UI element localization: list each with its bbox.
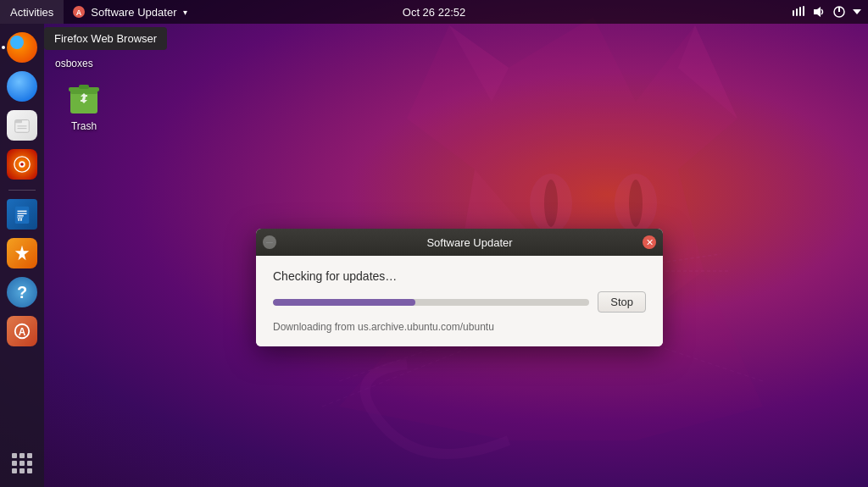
svg-rect-44 [79, 85, 89, 89]
trash-label: Trash [71, 120, 97, 132]
svg-point-3 [530, 174, 572, 233]
help-icon: ? [7, 277, 37, 307]
power-icon[interactable] [832, 5, 846, 19]
topbar-left: Activities A Software Updater ▾ [0, 0, 196, 24]
svg-rect-19 [793, 10, 794, 16]
svg-text:A: A [19, 326, 26, 338]
svg-point-6 [629, 180, 643, 227]
svg-marker-15 [449, 25, 509, 102]
app-menu-arrow: ▾ [183, 8, 187, 17]
dialog-close-button[interactable]: ✕ [643, 235, 656, 249]
svg-rect-22 [803, 6, 804, 16]
files-icon [7, 110, 37, 141]
dialog-body: Checking for updates… Stop Downloading f… [256, 256, 663, 346]
svg-text:W: W [18, 216, 24, 222]
show-apps-icon [7, 448, 37, 479]
svg-line-13 [322, 339, 492, 407]
volume-icon[interactable] [812, 5, 826, 19]
topbar: Activities A Software Updater ▾ Oct 26 2… [0, 0, 868, 24]
progress-bar-track [273, 299, 589, 306]
network-icon[interactable] [792, 5, 805, 19]
svg-marker-26 [853, 9, 861, 14]
svg-rect-28 [15, 120, 22, 124]
svg-point-5 [544, 180, 558, 227]
osboxes-label: osboxes [55, 58, 93, 69]
activities-button[interactable]: Activities [0, 0, 64, 24]
svg-rect-21 [799, 7, 801, 16]
dock-item-writer[interactable]: W [5, 197, 39, 231]
checking-text: Checking for updates… [273, 269, 646, 283]
trash-desktop-icon[interactable]: Trash [64, 76, 104, 132]
desktop: Activities A Software Updater ▾ Oct 26 2… [0, 0, 868, 487]
download-text: Downloading from us.archive.ubuntu.com/u… [273, 321, 646, 333]
topbar-right [792, 5, 868, 19]
dock-item-firefox[interactable] [5, 30, 39, 64]
dock-item-updater[interactable]: A [5, 314, 39, 348]
dock-item-help[interactable]: ? [5, 275, 39, 309]
trash-image [64, 76, 104, 117]
progress-row: Stop [273, 291, 646, 313]
dock: W ? A [0, 24, 44, 487]
dock-separator [8, 190, 36, 191]
dock-item-rhythmbox[interactable] [5, 147, 39, 181]
updater-dialog: ─ Software Updater ✕ Checking for update… [256, 229, 663, 346]
app-menu-icon: A [72, 5, 86, 19]
svg-text:A: A [76, 8, 82, 17]
dialog-title: Software Updater [297, 236, 643, 249]
svg-marker-23 [814, 7, 821, 17]
updater-icon: A [7, 316, 37, 346]
dock-show-apps[interactable] [5, 446, 39, 480]
writer-icon: W [7, 199, 37, 230]
app-menu-label: Software Updater [91, 6, 176, 19]
dock-item-thunderbird[interactable] [5, 69, 39, 103]
svg-point-33 [20, 163, 24, 166]
dialog-minimize-button[interactable]: ─ [263, 235, 276, 249]
stop-button[interactable]: Stop [598, 291, 646, 313]
rhythmbox-icon [7, 149, 37, 180]
dock-item-files[interactable] [5, 108, 39, 142]
svg-marker-16 [678, 25, 737, 119]
firefox-tooltip: Firefox Web Browser [44, 27, 167, 50]
thunderbird-icon [7, 71, 37, 102]
progress-bar-fill [273, 299, 415, 306]
svg-line-9 [661, 254, 721, 263]
svg-rect-20 [796, 8, 798, 16]
appcenter-icon [7, 238, 37, 268]
topbar-menu-arrow[interactable] [853, 8, 861, 16]
app-menu[interactable]: A Software Updater ▾ [64, 0, 196, 24]
dialog-titlebar: ─ Software Updater ✕ [256, 229, 663, 256]
svg-point-4 [615, 174, 657, 233]
topbar-datetime: Oct 26 22:52 [403, 6, 465, 19]
firefox-icon [7, 32, 37, 63]
dialog-controls: ✕ [643, 235, 656, 249]
dock-item-appcenter[interactable] [5, 236, 39, 270]
